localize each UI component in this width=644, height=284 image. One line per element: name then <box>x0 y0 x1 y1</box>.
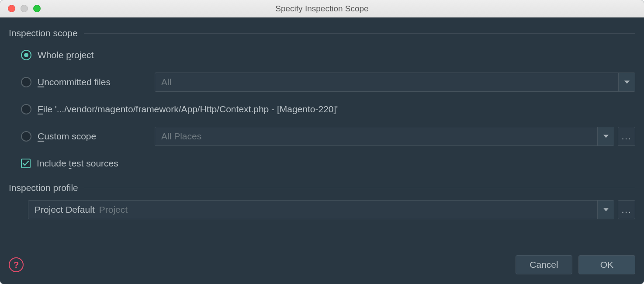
dropdown-value-secondary: Project <box>99 204 128 215</box>
titlebar: Specify Inspection Scope <box>0 0 644 17</box>
chevron-down-icon <box>597 201 614 219</box>
scope-section-header: Inspection scope <box>9 28 635 38</box>
radio-icon <box>21 77 31 87</box>
radio-icon <box>21 104 31 114</box>
dialog-footer: ? Cancel OK <box>0 250 644 284</box>
checkbox-icon <box>21 159 31 168</box>
chevron-down-icon <box>618 73 635 91</box>
inspection-profile-dropdown[interactable]: Project Default Project <box>28 200 614 219</box>
dropdown-value-primary: Project Default <box>35 204 95 215</box>
scope-options: Whole project Uncommitted files All <box>9 45 635 173</box>
chevron-down-icon <box>597 127 614 145</box>
window-minimize-button[interactable] <box>21 5 28 12</box>
include-test-sources-option[interactable]: Include test sources <box>21 154 635 173</box>
option-label: File '.../vendor/magento/framework/App/H… <box>38 104 338 114</box>
dialog-content: Inspection scope Whole project Uncommitt… <box>0 17 644 250</box>
scope-section-label: Inspection scope <box>9 28 78 38</box>
ok-button[interactable]: OK <box>578 255 635 274</box>
profile-section-label: Inspection profile <box>9 183 78 193</box>
scope-option-custom[interactable]: Custom scope All Places ... <box>21 127 635 146</box>
scope-option-file[interactable]: File '.../vendor/magento/framework/App/H… <box>21 100 635 119</box>
option-label: Custom scope <box>38 131 96 142</box>
dropdown-value: All Places <box>161 131 201 142</box>
dialog-window: Specify Inspection Scope Inspection scop… <box>0 0 644 284</box>
uncommitted-files-dropdown[interactable]: All <box>155 73 635 92</box>
window-close-button[interactable] <box>8 5 15 12</box>
option-label: Include test sources <box>37 158 118 169</box>
radio-icon <box>21 50 31 60</box>
custom-scope-dropdown[interactable]: All Places <box>155 127 614 146</box>
option-label: Whole project <box>38 50 93 60</box>
window-zoom-button[interactable] <box>33 5 41 12</box>
scope-option-uncommitted[interactable]: Uncommitted files All <box>21 73 635 92</box>
profile-section-header: Inspection profile <box>9 183 635 193</box>
dialog-title: Specify Inspection Scope <box>0 4 644 14</box>
profile-row-container: Project Default Project ... <box>9 200 635 219</box>
help-button[interactable]: ? <box>9 257 24 272</box>
window-controls <box>0 5 41 12</box>
scope-option-whole-project[interactable]: Whole project <box>21 45 635 65</box>
section-divider <box>84 188 635 188</box>
section-divider <box>84 33 635 34</box>
option-label: Uncommitted files <box>38 77 111 87</box>
custom-scope-more-button[interactable]: ... <box>618 127 635 146</box>
radio-icon <box>21 131 31 142</box>
cancel-button[interactable]: Cancel <box>516 255 572 274</box>
dropdown-value: All <box>161 77 171 87</box>
inspection-profile-more-button[interactable]: ... <box>618 200 635 219</box>
